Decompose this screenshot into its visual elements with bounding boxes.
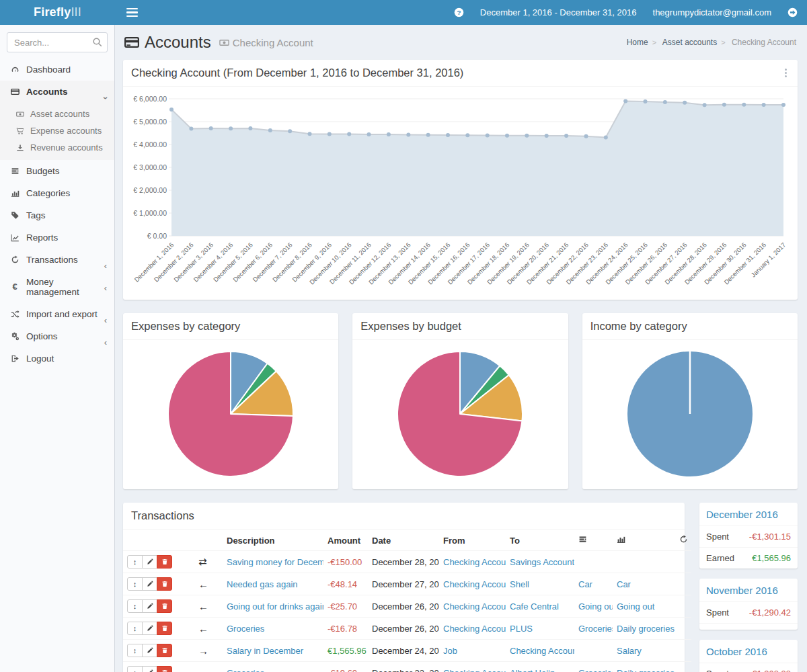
sidebar-item-reports[interactable]: Reports [0, 226, 114, 249]
pencil-icon [147, 579, 153, 589]
search-icon[interactable] [92, 37, 103, 48]
to-account-link[interactable]: Cafe Central [510, 601, 559, 612]
from-account-link[interactable]: Checking Account [443, 624, 506, 634]
panel-menu-icon[interactable] [782, 67, 790, 79]
month-summary-box: October 2016 Spent -€1,308.38 Earned €1,… [699, 640, 798, 672]
transaction-description-link[interactable]: Salary in December [227, 646, 303, 656]
sidebar-item-options[interactable]: Options‹ [0, 325, 114, 347]
category-link[interactable]: Daily groceries [617, 624, 675, 634]
sidebar-item-budgets[interactable]: Budgets [0, 160, 114, 182]
to-account-link[interactable]: Checking Account [510, 646, 574, 656]
month-title-link[interactable]: December 2016 [699, 503, 798, 526]
to-account-link[interactable]: Albert Heijn [510, 668, 555, 672]
month-title-link[interactable]: October 2016 [699, 640, 798, 663]
transaction-description-link[interactable]: Going out for drinks again [227, 601, 323, 612]
transaction-date: December 26, 2016 [368, 595, 439, 618]
to-account-link[interactable]: Shell [510, 579, 529, 589]
pencil-icon [147, 668, 153, 672]
sidebar-item-asset-accounts[interactable]: Asset accounts [0, 106, 114, 122]
edit-transaction-button[interactable] [142, 577, 157, 591]
logout-arrow-icon[interactable] [787, 7, 798, 17]
category-link[interactable]: Car [617, 579, 631, 589]
trash-icon [161, 646, 168, 656]
sidebar-item-money-management[interactable]: €Money management‹ [0, 271, 114, 303]
delete-transaction-button[interactable] [157, 599, 172, 613]
split-transaction-button[interactable]: ↕ [127, 622, 143, 635]
description-column-header: Description [223, 530, 323, 551]
budget-link[interactable]: Car [578, 579, 592, 589]
transaction-description-link[interactable]: Saving money for December [227, 557, 323, 567]
sidebar-item-accounts[interactable]: Accounts› [0, 81, 114, 106]
delete-transaction-button[interactable] [157, 577, 172, 591]
sidebar-item-revenue-accounts[interactable]: Revenue accounts [0, 139, 114, 156]
sidebar-item-expense-accounts[interactable]: Expense accounts [0, 122, 114, 139]
category-link[interactable]: Going out [617, 601, 654, 612]
transaction-description-link[interactable]: Groceries [227, 668, 264, 672]
delete-transaction-button[interactable] [157, 622, 172, 635]
to-column-header: To [506, 530, 574, 551]
edit-transaction-button[interactable] [142, 622, 157, 635]
sidebar-item-tags[interactable]: Tags [0, 204, 114, 226]
budget-link[interactable]: Groceries [578, 624, 613, 634]
to-account-link[interactable]: PLUS [510, 624, 533, 634]
summary-value: -€1,308.38 [749, 669, 791, 672]
pie-panel-title: Income by category [590, 320, 687, 333]
split-transaction-button[interactable]: ↕ [127, 555, 143, 569]
sidebar-item-dashboard[interactable]: Dashboard [0, 58, 114, 81]
sidebar-item-categories[interactable]: Categories [0, 182, 114, 204]
from-account-link[interactable]: Checking Account [443, 557, 506, 567]
refresh-transactions-icon[interactable] [675, 530, 691, 551]
sidebar-sublabel: Expense accounts [30, 126, 102, 136]
split-transaction-button[interactable]: ↕ [127, 666, 143, 672]
sidebar-group-accounts: Accounts›Asset accountsExpense accountsR… [0, 81, 114, 160]
split-transaction-button[interactable]: ↕ [127, 599, 143, 613]
month-summary-row: Earned €1,565.96 [699, 547, 798, 569]
breadcrumb-home[interactable]: Home [627, 38, 648, 47]
edit-transaction-button[interactable] [142, 666, 157, 672]
date-range-selector[interactable]: December 1, 2016 - December 31, 2016 [480, 7, 637, 17]
actions-column-header [123, 530, 194, 551]
transaction-date: December 27, 2016 [368, 573, 439, 595]
sidebar-item-import-and-export[interactable]: Import and export‹ [0, 303, 114, 325]
from-account-link[interactable]: Job [443, 646, 457, 656]
edit-transaction-button[interactable] [142, 555, 157, 569]
user-email[interactable]: thegrumpydictator@gmail.com [653, 7, 771, 17]
sidebar-item-transactions[interactable]: Transactions‹ [0, 249, 114, 271]
chevron-left-icon: ‹ [104, 263, 107, 269]
edit-transaction-button[interactable] [142, 644, 157, 657]
brand-logo[interactable]: FireflyIII [0, 5, 115, 19]
delete-transaction-button[interactable] [157, 666, 172, 672]
budget-link[interactable]: Groceries [578, 668, 613, 672]
sidebar-toggle-button[interactable] [115, 6, 149, 19]
trash-icon [161, 668, 168, 672]
budget-link[interactable]: Going out [578, 601, 613, 612]
trash-icon [161, 579, 168, 589]
refresh-icon [9, 255, 20, 265]
chevron-down-icon: › [102, 97, 109, 99]
from-account-link[interactable]: Checking Account [443, 601, 506, 612]
svg-text:€ 6,000.00: € 6,000.00 [133, 95, 167, 103]
month-title-link[interactable]: November 2016 [699, 579, 798, 601]
from-account-link[interactable]: Checking Account [443, 579, 506, 589]
to-account-link[interactable]: Savings Account [510, 557, 574, 567]
delete-transaction-button[interactable] [157, 555, 172, 569]
from-account-link[interactable]: Checking Account [443, 668, 506, 672]
transactions-panel-title: Transactions [131, 509, 194, 522]
delete-transaction-button[interactable] [157, 644, 172, 657]
transaction-description-link[interactable]: Groceries [227, 624, 264, 634]
split-transaction-button[interactable]: ↕ [127, 644, 143, 657]
split-transaction-button[interactable]: ↕ [127, 577, 143, 591]
svg-text:?: ? [457, 9, 461, 16]
money-icon [15, 110, 25, 118]
amount-column-header: Amount [323, 530, 368, 551]
help-icon[interactable]: ? [454, 7, 464, 17]
transaction-description-link[interactable]: Needed gas again [227, 579, 298, 589]
category-link[interactable]: Salary [617, 646, 642, 656]
sidebar-item-logout[interactable]: Logout [0, 347, 114, 370]
category-link[interactable]: Daily groceries [617, 668, 675, 672]
edit-transaction-button[interactable] [142, 599, 157, 613]
summary-label: Spent [706, 607, 729, 618]
brand-suffix: III [71, 5, 81, 19]
brand-text: Firefly [34, 5, 71, 19]
breadcrumb-asset-accounts[interactable]: Asset accounts [662, 38, 717, 47]
